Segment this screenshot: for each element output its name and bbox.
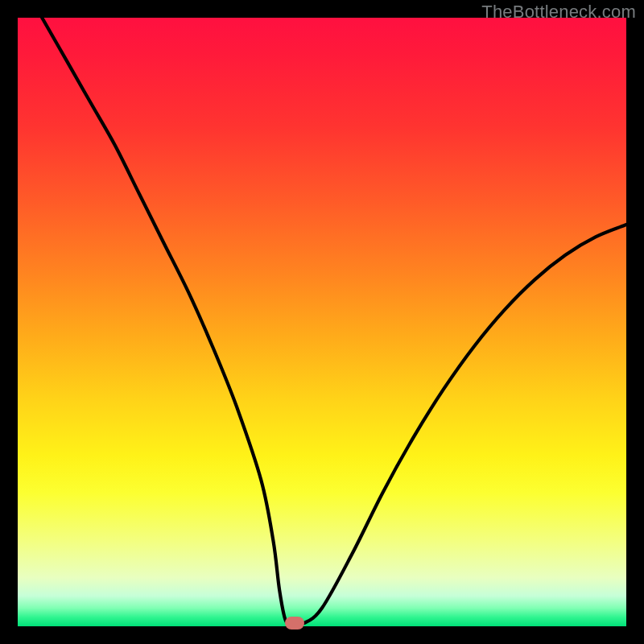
bottleneck-marker [285, 617, 304, 630]
plot-area [18, 18, 626, 626]
bottleneck-curve [18, 18, 626, 626]
chart-frame: TheBottleneck.com [0, 0, 644, 644]
watermark-text: TheBottleneck.com [481, 2, 636, 23]
